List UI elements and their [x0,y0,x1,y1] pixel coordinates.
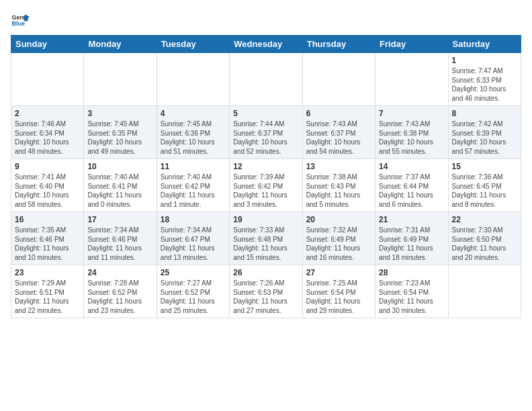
day-number: 4 [161,109,226,118]
day-number: 17 [87,215,152,224]
day-number: 21 [379,215,444,224]
weekday-header-tuesday: Tuesday [157,36,229,53]
weekday-header-sunday: Sunday [11,36,84,53]
day-info: Sunrise: 7:31 AM Sunset: 6:49 PM Dayligh… [379,226,444,262]
day-info: Sunrise: 7:23 AM Sunset: 6:54 PM Dayligh… [379,279,444,315]
day-info: Sunrise: 7:37 AM Sunset: 6:44 PM Dayligh… [379,173,444,209]
day-info: Sunrise: 7:34 AM Sunset: 6:46 PM Dayligh… [87,226,152,262]
weekday-header-saturday: Saturday [448,36,521,53]
day-number: 11 [161,162,226,171]
day-cell: 28Sunrise: 7:23 AM Sunset: 6:54 PM Dayli… [375,265,448,318]
day-cell: 19Sunrise: 7:33 AM Sunset: 6:48 PM Dayli… [230,212,302,265]
week-row-3: 9Sunrise: 7:41 AM Sunset: 6:40 PM Daylig… [11,159,521,212]
day-cell [84,53,157,106]
day-cell [302,53,375,106]
day-number: 20 [306,215,371,224]
day-cell [230,53,302,106]
day-number: 14 [379,162,444,171]
day-cell [448,265,521,318]
day-cell: 5Sunrise: 7:44 AM Sunset: 6:37 PM Daylig… [230,106,302,159]
day-number: 12 [233,162,298,171]
day-info: Sunrise: 7:45 AM Sunset: 6:36 PM Dayligh… [161,120,226,156]
day-info: Sunrise: 7:47 AM Sunset: 6:33 PM Dayligh… [452,66,517,103]
day-info: Sunrise: 7:38 AM Sunset: 6:43 PM Dayligh… [306,173,371,209]
day-info: Sunrise: 7:44 AM Sunset: 6:37 PM Dayligh… [233,120,298,156]
weekday-header-friday: Friday [375,36,448,53]
weekday-header-row: SundayMondayTuesdayWednesdayThursdayFrid… [11,36,521,53]
day-cell [157,53,229,106]
day-info: Sunrise: 7:43 AM Sunset: 6:37 PM Dayligh… [306,120,371,156]
day-info: Sunrise: 7:41 AM Sunset: 6:40 PM Dayligh… [15,173,80,209]
day-info: Sunrise: 7:25 AM Sunset: 6:54 PM Dayligh… [306,279,371,315]
day-cell: 2Sunrise: 7:46 AM Sunset: 6:34 PM Daylig… [11,106,84,159]
day-number: 26 [233,268,298,277]
day-cell: 11Sunrise: 7:40 AM Sunset: 6:42 PM Dayli… [157,159,229,212]
day-number: 27 [306,268,371,277]
day-cell: 27Sunrise: 7:25 AM Sunset: 6:54 PM Dayli… [302,265,375,318]
day-cell: 6Sunrise: 7:43 AM Sunset: 6:37 PM Daylig… [302,106,375,159]
day-number: 22 [452,215,517,224]
day-info: Sunrise: 7:40 AM Sunset: 6:41 PM Dayligh… [87,173,152,209]
day-cell: 12Sunrise: 7:39 AM Sunset: 6:42 PM Dayli… [230,159,302,212]
day-number: 24 [87,268,152,277]
day-info: Sunrise: 7:26 AM Sunset: 6:53 PM Dayligh… [233,279,298,315]
day-info: Sunrise: 7:27 AM Sunset: 6:52 PM Dayligh… [161,279,226,315]
day-cell: 9Sunrise: 7:41 AM Sunset: 6:40 PM Daylig… [11,159,84,212]
day-number: 3 [87,109,152,118]
day-cell: 17Sunrise: 7:34 AM Sunset: 6:46 PM Dayli… [84,212,157,265]
day-cell: 4Sunrise: 7:45 AM Sunset: 6:36 PM Daylig… [157,106,229,159]
day-cell: 22Sunrise: 7:30 AM Sunset: 6:50 PM Dayli… [448,212,521,265]
day-cell: 20Sunrise: 7:32 AM Sunset: 6:49 PM Dayli… [302,212,375,265]
day-info: Sunrise: 7:45 AM Sunset: 6:35 PM Dayligh… [87,120,152,156]
weekday-header-thursday: Thursday [302,36,375,53]
day-number: 25 [161,268,226,277]
day-cell: 25Sunrise: 7:27 AM Sunset: 6:52 PM Dayli… [157,265,229,318]
day-number: 2 [15,109,80,118]
day-info: Sunrise: 7:34 AM Sunset: 6:47 PM Dayligh… [161,226,226,262]
day-info: Sunrise: 7:33 AM Sunset: 6:48 PM Dayligh… [233,226,298,262]
week-row-1: 1Sunrise: 7:47 AM Sunset: 6:33 PM Daylig… [11,53,521,106]
day-number: 8 [452,109,517,118]
day-cell: 21Sunrise: 7:31 AM Sunset: 6:49 PM Dayli… [375,212,448,265]
day-cell: 15Sunrise: 7:36 AM Sunset: 6:45 PM Dayli… [448,159,521,212]
week-row-4: 16Sunrise: 7:35 AM Sunset: 6:46 PM Dayli… [11,212,521,265]
day-number: 13 [306,162,371,171]
day-number: 10 [87,162,152,171]
day-cell: 3Sunrise: 7:45 AM Sunset: 6:35 PM Daylig… [84,106,157,159]
weekday-header-wednesday: Wednesday [230,36,302,53]
page-header: General Blue [11,11,521,30]
day-info: Sunrise: 7:29 AM Sunset: 6:51 PM Dayligh… [15,279,80,315]
weekday-header-monday: Monday [84,36,157,53]
day-number: 5 [233,109,298,118]
day-info: Sunrise: 7:39 AM Sunset: 6:42 PM Dayligh… [233,173,298,209]
day-number: 6 [306,109,371,118]
day-info: Sunrise: 7:46 AM Sunset: 6:34 PM Dayligh… [15,120,80,156]
day-number: 23 [15,268,80,277]
day-number: 28 [379,268,444,277]
day-cell: 24Sunrise: 7:28 AM Sunset: 6:52 PM Dayli… [84,265,157,318]
day-cell: 26Sunrise: 7:26 AM Sunset: 6:53 PM Dayli… [230,265,302,318]
calendar-table: SundayMondayTuesdayWednesdayThursdayFrid… [11,35,521,318]
day-number: 19 [233,215,298,224]
day-info: Sunrise: 7:30 AM Sunset: 6:50 PM Dayligh… [452,226,517,262]
day-info: Sunrise: 7:43 AM Sunset: 6:38 PM Dayligh… [379,120,444,156]
day-number: 7 [379,109,444,118]
day-info: Sunrise: 7:36 AM Sunset: 6:45 PM Dayligh… [452,173,517,209]
day-info: Sunrise: 7:35 AM Sunset: 6:46 PM Dayligh… [15,226,80,262]
svg-text:Blue: Blue [11,20,25,27]
day-info: Sunrise: 7:42 AM Sunset: 6:39 PM Dayligh… [452,120,517,156]
day-info: Sunrise: 7:32 AM Sunset: 6:49 PM Dayligh… [306,226,371,262]
day-info: Sunrise: 7:28 AM Sunset: 6:52 PM Dayligh… [87,279,152,315]
day-info: Sunrise: 7:40 AM Sunset: 6:42 PM Dayligh… [161,173,226,209]
day-cell: 7Sunrise: 7:43 AM Sunset: 6:38 PM Daylig… [375,106,448,159]
logo: General Blue [11,11,32,30]
day-cell: 14Sunrise: 7:37 AM Sunset: 6:44 PM Dayli… [375,159,448,212]
week-row-2: 2Sunrise: 7:46 AM Sunset: 6:34 PM Daylig… [11,106,521,159]
week-row-5: 23Sunrise: 7:29 AM Sunset: 6:51 PM Dayli… [11,265,521,318]
day-cell: 23Sunrise: 7:29 AM Sunset: 6:51 PM Dayli… [11,265,84,318]
logo-icon: General Blue [11,11,30,30]
day-cell: 8Sunrise: 7:42 AM Sunset: 6:39 PM Daylig… [448,106,521,159]
day-number: 15 [452,162,517,171]
day-number: 16 [15,215,80,224]
day-cell: 1Sunrise: 7:47 AM Sunset: 6:33 PM Daylig… [448,53,521,106]
